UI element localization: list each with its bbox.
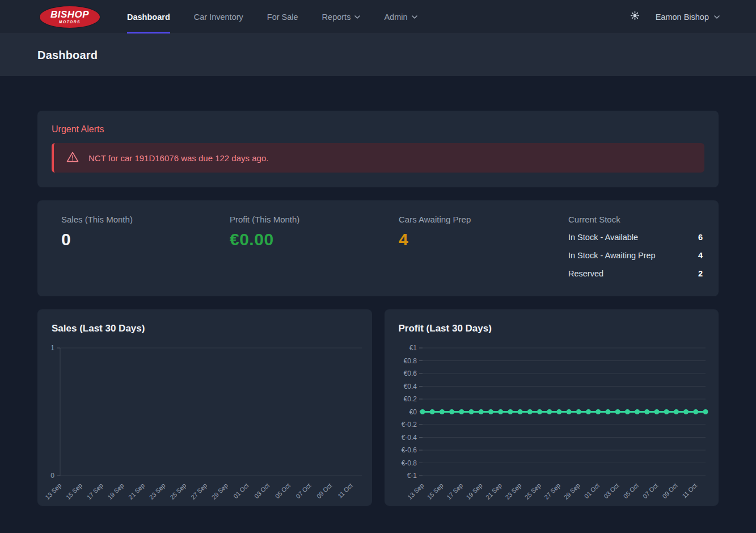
urgent-alerts-card: Urgent Alerts NCT for car 191D16076 was …: [37, 111, 719, 187]
svg-text:17 Sep: 17 Sep: [445, 482, 464, 501]
main-nav: Dashboard Car Inventory For Sale Reports…: [127, 0, 441, 33]
svg-text:13 Sep: 13 Sep: [44, 482, 62, 501]
stat-value: €0.00: [230, 230, 399, 249]
svg-text:€-0.4: €-0.4: [401, 434, 417, 442]
stock-label: In Stock - Available: [568, 233, 638, 242]
chart-title: Profit (Last 30 Days): [399, 323, 705, 334]
svg-text:15 Sep: 15 Sep: [65, 482, 83, 501]
profit-chart-canvas: €1€0.8€0.6€0.4€0.2€0€-0.2€-0.4€-0.6€-0.8…: [399, 339, 705, 501]
nav-item-label: For Sale: [267, 12, 298, 22]
svg-text:05 Oct: 05 Oct: [622, 482, 639, 500]
nav-item-dashboard[interactable]: Dashboard: [127, 0, 170, 33]
stat-profit-month: Profit (This Month) €0.00: [230, 215, 399, 282]
svg-text:13 Sep: 13 Sep: [406, 482, 425, 501]
svg-text:11 Oct: 11 Oct: [681, 482, 698, 500]
stat-cars-awaiting-prep: Cars Awaiting Prep 4: [399, 215, 568, 282]
stock-row-available: In Stock - Available 6: [568, 228, 703, 246]
stat-label: Profit (This Month): [230, 215, 399, 224]
svg-text:07 Oct: 07 Oct: [641, 482, 658, 500]
svg-text:29 Sep: 29 Sep: [210, 482, 229, 501]
svg-text:19 Sep: 19 Sep: [106, 482, 125, 501]
stock-value: 2: [698, 269, 703, 278]
svg-text:19 Sep: 19 Sep: [464, 482, 483, 501]
stock-label: In Stock - Awaiting Prep: [568, 251, 656, 260]
user-name: Eamon Bishop: [656, 12, 709, 22]
nav-item-label: Reports: [322, 12, 351, 22]
svg-text:07 Oct: 07 Oct: [294, 482, 312, 500]
brand-name: BISHOP: [50, 10, 89, 19]
theme-toggle-button[interactable]: [630, 11, 640, 23]
stock-row-reserved: Reserved 2: [568, 264, 703, 282]
sales-chart-card: Sales (Last 30 Days) 1013 Sep15 Sep17 Se…: [37, 309, 372, 506]
svg-text:01 Oct: 01 Oct: [582, 482, 600, 500]
alert-text: NCT for car 191D16076 was due 122 days a…: [88, 153, 268, 163]
svg-text:€0.8: €0.8: [403, 357, 417, 365]
svg-text:1: 1: [50, 344, 54, 352]
svg-text:€0.2: €0.2: [403, 395, 417, 403]
svg-text:€-0.6: €-0.6: [401, 446, 417, 454]
brand-logo[interactable]: BISHOP MOTORS: [40, 6, 100, 28]
stat-sales-month: Sales (This Month) 0: [61, 215, 230, 282]
svg-text:€-0.2: €-0.2: [401, 421, 417, 429]
stock-value: 6: [698, 233, 703, 242]
svg-text:23 Sep: 23 Sep: [504, 482, 522, 501]
stock-row-awaiting-prep: In Stock - Awaiting Prep 4: [568, 246, 703, 264]
profit-chart-card: Profit (Last 30 Days) €1€0.8€0.6€0.4€0.2…: [385, 309, 719, 506]
svg-text:€0.4: €0.4: [403, 383, 417, 391]
stat-label: Cars Awaiting Prep: [399, 215, 568, 224]
svg-text:09 Oct: 09 Oct: [661, 482, 678, 500]
page-title: Dashboard: [37, 49, 98, 62]
stat-value: 0: [61, 230, 230, 249]
nav-item-label: Car Inventory: [194, 12, 243, 22]
user-menu[interactable]: Eamon Bishop: [656, 12, 720, 22]
svg-text:€-1: €-1: [407, 472, 417, 480]
svg-text:21 Sep: 21 Sep: [127, 482, 146, 501]
svg-text:27 Sep: 27 Sep: [189, 482, 208, 501]
svg-text:09 Oct: 09 Oct: [315, 482, 333, 500]
brand-subtitle: MOTORS: [59, 20, 81, 24]
stats-card: Sales (This Month) 0 Profit (This Month)…: [37, 200, 719, 296]
chevron-down-icon: [714, 15, 720, 19]
svg-text:23 Sep: 23 Sep: [148, 482, 167, 501]
svg-text:11 Oct: 11 Oct: [336, 482, 354, 500]
sales-chart-canvas: 1013 Sep15 Sep17 Sep19 Sep21 Sep23 Sep25…: [52, 339, 358, 501]
svg-text:01 Oct: 01 Oct: [232, 482, 250, 500]
chevron-down-icon: [412, 15, 417, 19]
svg-text:05 Oct: 05 Oct: [274, 482, 292, 500]
svg-text:15 Sep: 15 Sep: [425, 482, 444, 501]
svg-text:€0: €0: [409, 408, 417, 416]
sun-icon: [630, 11, 640, 23]
urgent-alerts-title: Urgent Alerts: [52, 124, 704, 135]
svg-text:03 Oct: 03 Oct: [253, 482, 271, 500]
navbar: BISHOP MOTORS Dashboard Car Inventory Fo…: [0, 0, 756, 34]
page-header: Dashboard: [0, 34, 756, 76]
navbar-right: Eamon Bishop: [630, 0, 720, 33]
nav-item-for-sale[interactable]: For Sale: [267, 0, 298, 33]
svg-text:€-0.8: €-0.8: [401, 459, 417, 467]
svg-text:03 Oct: 03 Oct: [602, 482, 620, 500]
charts-row: Sales (Last 30 Days) 1013 Sep15 Sep17 Se…: [37, 309, 719, 519]
svg-text:21 Sep: 21 Sep: [484, 482, 502, 501]
warning-triangle-icon: [66, 151, 79, 165]
current-stock-list: In Stock - Available 6 In Stock - Awaiti…: [568, 228, 703, 282]
svg-text:25 Sep: 25 Sep: [168, 482, 187, 501]
svg-text:25 Sep: 25 Sep: [523, 482, 542, 501]
svg-text:27 Sep: 27 Sep: [543, 482, 561, 501]
nav-item-car-inventory[interactable]: Car Inventory: [194, 0, 243, 33]
nav-item-admin[interactable]: Admin: [384, 0, 417, 33]
alert-item: NCT for car 191D16076 was due 122 days a…: [52, 143, 704, 173]
svg-text:€1: €1: [409, 344, 417, 352]
svg-text:€0.6: €0.6: [403, 370, 417, 377]
stock-value: 4: [698, 251, 703, 260]
svg-text:17 Sep: 17 Sep: [86, 482, 104, 501]
stat-label: Sales (This Month): [61, 215, 230, 224]
chevron-down-icon: [354, 15, 360, 19]
svg-text:0: 0: [50, 472, 54, 480]
chart-title: Sales (Last 30 Days): [52, 323, 358, 334]
stat-value: 4: [399, 230, 568, 249]
nav-item-label: Admin: [384, 12, 407, 22]
svg-text:29 Sep: 29 Sep: [562, 482, 581, 501]
nav-item-reports[interactable]: Reports: [322, 0, 361, 33]
nav-item-label: Dashboard: [127, 12, 170, 22]
main-content: Urgent Alerts NCT for car 191D16076 was …: [0, 76, 756, 519]
